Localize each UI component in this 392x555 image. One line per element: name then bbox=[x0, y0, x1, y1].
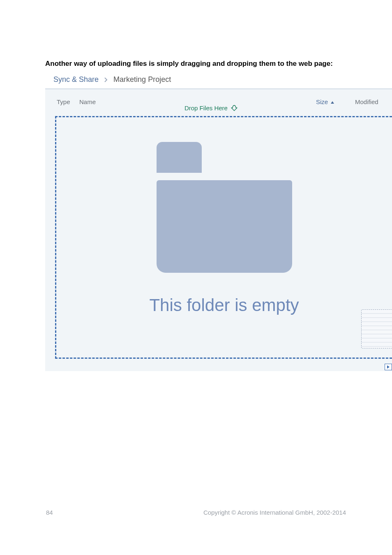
arrow-right-icon bbox=[387, 365, 390, 369]
breadcrumb: Sync & Share Marketing Project bbox=[0, 75, 392, 88]
download-arrow-icon bbox=[231, 104, 238, 112]
empty-folder-message: This folder is empty bbox=[56, 295, 392, 315]
column-header-modified[interactable]: Modified bbox=[355, 98, 392, 105]
table-header: Type Name Size Modified bbox=[55, 97, 392, 105]
file-browser-frame: Type Name Size Modified Drop Files Here … bbox=[45, 88, 392, 371]
column-header-size-label: Size bbox=[316, 98, 328, 105]
chevron-right-icon bbox=[104, 76, 108, 84]
file-drop-zone[interactable]: This folder is empty bbox=[55, 116, 392, 359]
drop-files-label: Drop Files Here bbox=[55, 104, 392, 112]
sort-ascending-icon bbox=[331, 101, 334, 104]
column-header-size[interactable]: Size bbox=[316, 98, 355, 105]
drop-files-text: Drop Files Here bbox=[184, 104, 228, 111]
breadcrumb-current: Marketing Project bbox=[113, 75, 171, 84]
scroll-right-button[interactable] bbox=[385, 364, 392, 370]
empty-folder-icon bbox=[157, 142, 292, 273]
instruction-text: Another way of uploading files is simply… bbox=[0, 60, 392, 75]
copyright-text: Copyright © Acronis International GmbH, … bbox=[203, 509, 346, 516]
page-footer: 84 Copyright © Acronis International Gmb… bbox=[0, 509, 392, 516]
drag-file-preview-icon bbox=[361, 309, 392, 348]
breadcrumb-root-link[interactable]: Sync & Share bbox=[53, 75, 99, 84]
column-header-type[interactable]: Type bbox=[57, 98, 79, 105]
page-number: 84 bbox=[46, 509, 53, 516]
